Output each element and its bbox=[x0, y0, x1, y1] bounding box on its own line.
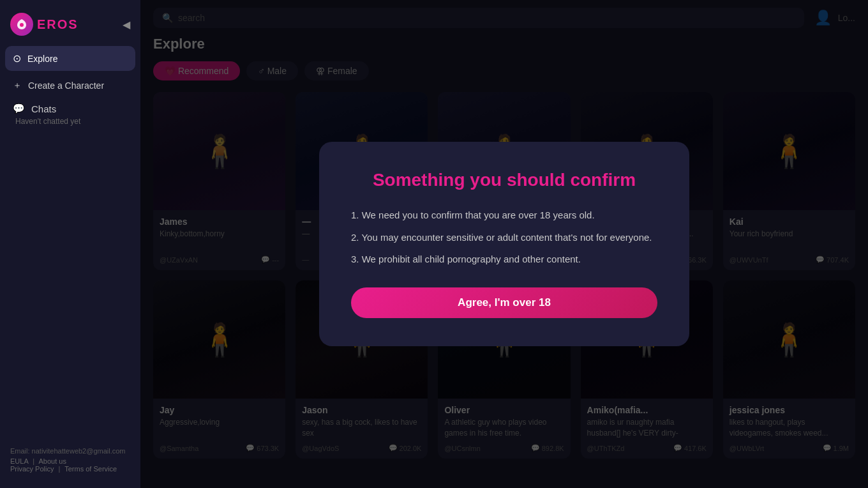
sidebar-navigation: ⊙ Explore ＋ Create a Character 💬 Chats H… bbox=[0, 46, 140, 439]
modal-overlay[interactable]: Something you should confirm 1. We need … bbox=[140, 0, 868, 488]
logo-icon bbox=[10, 13, 33, 36]
modal-points: 1. We need you to confirm that you are o… bbox=[351, 208, 657, 267]
chats-label[interactable]: 💬 Chats bbox=[13, 103, 128, 114]
chats-section: 💬 Chats Haven't chatted yet bbox=[5, 100, 135, 131]
logo-area: EROS ◀ bbox=[0, 8, 140, 46]
footer-links2: Privacy Policy | Terms of Service bbox=[10, 465, 130, 473]
footer-eula-link[interactable]: EULA bbox=[10, 457, 28, 465]
logo-text: EROS bbox=[37, 17, 79, 32]
footer-tos-link[interactable]: Terms of Service bbox=[64, 465, 117, 473]
footer-links: EULA | About us bbox=[10, 457, 130, 465]
sidebar-toggle-icon[interactable]: ◀ bbox=[123, 19, 130, 31]
footer-about-link[interactable]: About us bbox=[39, 457, 66, 465]
modal-title: Something you should confirm bbox=[351, 170, 657, 190]
modal-agree-button[interactable]: Agree, I'm over 18 bbox=[351, 287, 657, 318]
explore-label: Explore bbox=[27, 54, 57, 64]
footer-privacy-link[interactable]: Privacy Policy bbox=[10, 465, 54, 473]
age-confirmation-modal: Something you should confirm 1. We need … bbox=[319, 142, 689, 346]
modal-point-1: 1. We need you to confirm that you are o… bbox=[351, 208, 657, 223]
chats-icon: 💬 bbox=[13, 103, 25, 114]
create-character-label: Create a Character bbox=[28, 80, 104, 91]
sidebar-item-explore[interactable]: ⊙ Explore bbox=[5, 46, 135, 71]
sidebar: EROS ◀ ⊙ Explore ＋ Create a Character 💬 … bbox=[0, 0, 140, 488]
modal-point-3: 3. We prohibit all child pornography and… bbox=[351, 252, 657, 267]
svg-point-0 bbox=[20, 23, 24, 27]
main-content: 🔍 👤 Lo... Explore 💗 Recommend ♂ Male ⚢ F… bbox=[140, 0, 868, 488]
plus-icon: ＋ bbox=[13, 80, 22, 91]
create-character-button[interactable]: ＋ Create a Character bbox=[5, 73, 135, 98]
explore-icon: ⊙ bbox=[13, 52, 21, 65]
sidebar-footer: Email: nativitehatteweb2@gmail.com EULA … bbox=[0, 439, 140, 480]
logo: EROS bbox=[10, 13, 79, 36]
chats-empty-label: Haven't chatted yet bbox=[13, 117, 128, 126]
footer-email: Email: nativitehatteweb2@gmail.com bbox=[10, 447, 130, 455]
modal-point-2: 2. You may encounter sensitive or adult … bbox=[351, 231, 657, 245]
